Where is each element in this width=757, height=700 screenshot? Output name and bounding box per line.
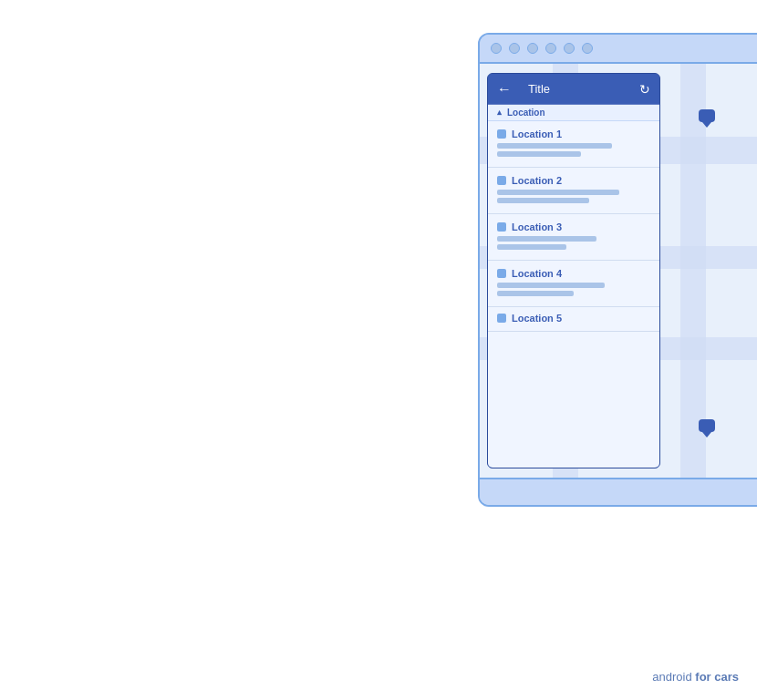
back-device-top-dots xyxy=(491,43,593,54)
back-panel-back-arrow[interactable]: ← xyxy=(497,81,512,98)
top-dot-2 xyxy=(509,43,520,54)
back-item-name-2: Location 2 xyxy=(497,175,650,186)
back-item-name-1: Location 1 xyxy=(497,129,650,139)
back-item-icon-4 xyxy=(497,269,506,278)
back-list-item-4: Location 4 xyxy=(488,261,659,307)
pin-head-8 xyxy=(699,419,715,432)
back-collapse-icon: ▼ xyxy=(495,108,503,118)
back-panel-title: Title xyxy=(519,74,632,105)
back-item-bar2-2 xyxy=(497,198,589,203)
map-pin-8 xyxy=(699,419,715,438)
back-item-icon-5 xyxy=(497,314,506,323)
back-list-item-5: Location 5 xyxy=(488,307,659,332)
back-item-icon-3 xyxy=(497,222,506,232)
back-item-bar1-2 xyxy=(497,190,619,195)
back-panel-header: ← Title ↻ xyxy=(488,74,659,105)
back-item-icon-1 xyxy=(497,129,506,139)
back-location-label: Location xyxy=(507,108,545,118)
back-item-name-5: Location 5 xyxy=(497,313,650,324)
top-dot-3 xyxy=(527,43,538,54)
watermark-bold: for cars xyxy=(695,670,739,684)
pin-tail-1 xyxy=(702,122,711,128)
back-list-item-1: Location 1 xyxy=(488,121,659,168)
back-list-item-3: Location 3 xyxy=(488,214,659,261)
top-dot-5 xyxy=(564,43,575,54)
back-item-bar1-3 xyxy=(497,236,596,242)
top-dot-4 xyxy=(545,43,556,54)
back-location-header-row: ▼ Location xyxy=(488,105,659,121)
back-item-bar1-1 xyxy=(497,143,612,149)
back-item-bar2-3 xyxy=(497,244,566,250)
watermark: android for cars xyxy=(652,670,739,684)
back-item-name-3: Location 3 xyxy=(497,221,650,232)
pin-tail-8 xyxy=(702,432,711,438)
back-panel-refresh[interactable]: ↻ xyxy=(639,82,650,97)
back-item-bar2-1 xyxy=(497,151,581,157)
back-item-bar2-4 xyxy=(497,291,574,296)
map-pin-1 xyxy=(699,109,715,128)
back-device-top-bar xyxy=(480,35,757,64)
back-item-bar1-4 xyxy=(497,283,605,288)
back-item-icon-2 xyxy=(497,176,506,185)
watermark-prefix: android xyxy=(652,670,695,684)
pin-head-1 xyxy=(699,109,715,122)
front-device: ← Title ↻ ▼ Location Location 1 xyxy=(13,337,542,638)
back-list-item-2: Location 2 xyxy=(488,168,659,214)
top-dot-1 xyxy=(491,43,502,54)
top-dot-6 xyxy=(582,43,593,54)
back-item-name-4: Location 4 xyxy=(497,268,650,279)
